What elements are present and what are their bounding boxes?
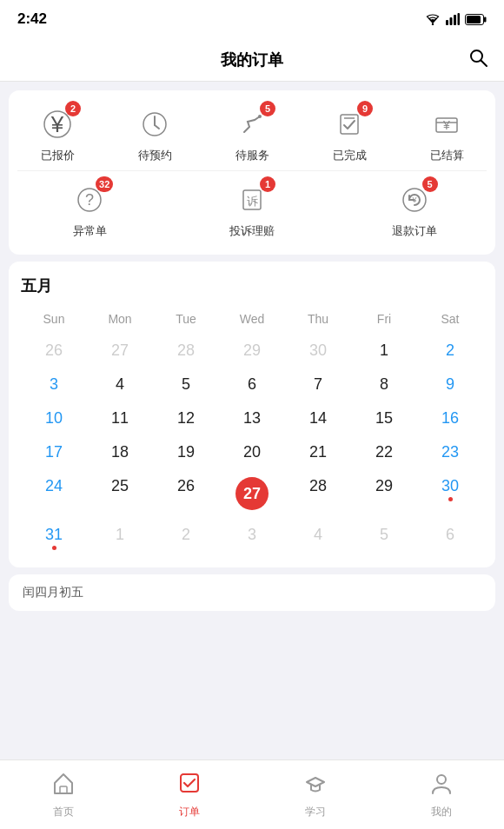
order-icon-wrap-quoted: ¥2 (37, 104, 77, 144)
calendar-day[interactable]: 13 (219, 402, 285, 434)
search-button[interactable] (468, 47, 488, 73)
svg-point-15 (258, 115, 262, 118)
badge-quoted: 2 (65, 101, 81, 116)
calendar-day[interactable]: 11 (87, 402, 153, 434)
svg-rect-6 (484, 17, 487, 22)
calendar-day[interactable]: 5 (153, 368, 219, 401)
svg-text:¥: ¥ (411, 196, 417, 204)
order-item-done[interactable]: 9已完成 (315, 104, 384, 163)
calendar-day[interactable]: 30 (417, 470, 483, 517)
cal-week-4: 24252627282930 (21, 470, 483, 517)
calendar-day[interactable]: 16 (417, 402, 483, 434)
calendar-day[interactable]: 22 (351, 436, 417, 468)
calendar-day[interactable]: 2 (153, 519, 219, 557)
order-item-abnormal[interactable]: ?32异常单 (55, 180, 124, 239)
cal-weekday-sat: Sat (417, 308, 483, 329)
calendar-day[interactable]: 26 (153, 470, 219, 517)
svg-text:¥: ¥ (50, 111, 64, 137)
order-icon-wrap-settled: ¥ (427, 104, 467, 144)
status-icons (425, 13, 487, 25)
svg-rect-4 (458, 13, 461, 25)
nav-item-learn[interactable]: 学习 (303, 771, 328, 819)
calendar-day[interactable]: 27 (219, 470, 285, 517)
order-label-abnormal: 异常单 (73, 223, 107, 239)
order-item-appointment[interactable]: 待预约 (120, 104, 189, 163)
calendar-day[interactable]: 21 (285, 436, 351, 468)
calendar-day[interactable]: 4 (87, 368, 153, 401)
order-item-complaint[interactable]: 诉1投诉理赔 (217, 180, 287, 239)
cal-weekday-wed: Wed (219, 308, 285, 329)
cal-week-5: 31123456 (21, 519, 483, 557)
calendar-day[interactable]: 6 (417, 519, 483, 557)
svg-rect-2 (450, 17, 453, 25)
calendar-day[interactable]: 28 (285, 470, 351, 517)
calendar-day[interactable]: 1 (351, 335, 417, 367)
calendar-day[interactable]: 10 (21, 402, 87, 434)
order-item-refund[interactable]: ¥5退款订单 (380, 180, 449, 239)
nav-icon-mine (429, 771, 454, 801)
wifi-icon (425, 13, 441, 25)
status-time: 2:42 (17, 10, 47, 28)
calendar-day[interactable]: 19 (153, 436, 219, 468)
svg-rect-1 (446, 20, 448, 25)
bottom-nav: 首页订单学习我的 (0, 759, 504, 829)
calendar-day[interactable]: 2 (417, 335, 483, 367)
calendar-day[interactable]: 23 (417, 436, 483, 468)
calendar-grid: SunMonTueWedThuFriSat 262728293012345678… (21, 308, 483, 557)
calendar-day[interactable]: 29 (219, 335, 285, 367)
svg-line-9 (481, 60, 487, 66)
nav-item-home[interactable]: 首页 (51, 771, 76, 819)
order-status-card: ¥2已报价待预约5待服务9已完成¥已结算 ?32异常单诉1投诉理赔¥5退款订单 (9, 90, 495, 255)
order-item-quoted[interactable]: ¥2已报价 (23, 104, 92, 163)
calendar-day[interactable]: 25 (87, 470, 153, 517)
cal-weekday-thu: Thu (285, 308, 351, 329)
calendar-day[interactable]: 8 (351, 368, 417, 401)
calendar-day[interactable]: 6 (219, 368, 285, 401)
order-item-settled[interactable]: ¥已结算 (412, 104, 481, 163)
badge-complaint: 1 (260, 176, 275, 192)
calendar-day[interactable]: 28 (153, 335, 219, 367)
lunar-note: 闰四月初五 (9, 574, 495, 611)
svg-point-29 (437, 775, 446, 784)
calendar-day[interactable]: 3 (219, 519, 285, 557)
calendar-day[interactable]: 9 (417, 368, 483, 401)
order-label-complaint: 投诉理赔 (229, 223, 275, 239)
calendar-day[interactable]: 24 (21, 470, 87, 517)
order-icon-wrap-complaint: 诉1 (232, 180, 272, 220)
calendar-day[interactable]: 15 (351, 402, 417, 434)
order-label-appointment: 待预约 (138, 148, 172, 163)
order-item-pending[interactable]: 5待服务 (217, 104, 287, 163)
order-label-quoted: 已报价 (41, 148, 75, 163)
svg-text:¥: ¥ (442, 118, 450, 132)
calendar-day[interactable]: 14 (285, 402, 351, 434)
cal-week-1: 3456789 (21, 368, 483, 401)
nav-label-learn: 学习 (305, 805, 326, 819)
badge-refund: 5 (422, 176, 438, 192)
svg-text:诉: 诉 (246, 195, 257, 208)
calendar-day[interactable]: 29 (351, 470, 417, 517)
divider (17, 170, 487, 171)
order-icon-wrap-done: 9 (329, 104, 369, 144)
calendar-day[interactable]: 7 (285, 368, 351, 401)
calendar-day[interactable]: 5 (351, 519, 417, 557)
calendar-day[interactable]: 30 (285, 335, 351, 367)
nav-item-mine[interactable]: 我的 (429, 771, 454, 819)
calendar-day[interactable]: 4 (285, 519, 351, 557)
calendar-day[interactable]: 20 (219, 436, 285, 468)
order-icon-wrap-appointment (135, 104, 175, 144)
calendar-day[interactable]: 12 (153, 402, 219, 434)
nav-item-orders[interactable]: 订单 (177, 771, 202, 819)
order-label-pending: 待服务 (235, 148, 269, 163)
calendar-day[interactable]: 3 (21, 368, 87, 401)
calendar-day[interactable]: 31 (21, 519, 87, 557)
order-icon-wrap-pending: 5 (232, 104, 272, 144)
nav-icon-orders (177, 771, 202, 801)
calendar-day[interactable]: 17 (21, 436, 87, 468)
app-header: 我的订单 (0, 38, 504, 82)
cal-week-2: 10111213141516 (21, 402, 483, 434)
calendar-day[interactable]: 18 (87, 436, 153, 468)
calendar-day[interactable]: 26 (21, 335, 87, 367)
svg-point-0 (432, 23, 434, 25)
calendar-day[interactable]: 27 (87, 335, 153, 367)
calendar-day[interactable]: 1 (87, 519, 153, 557)
